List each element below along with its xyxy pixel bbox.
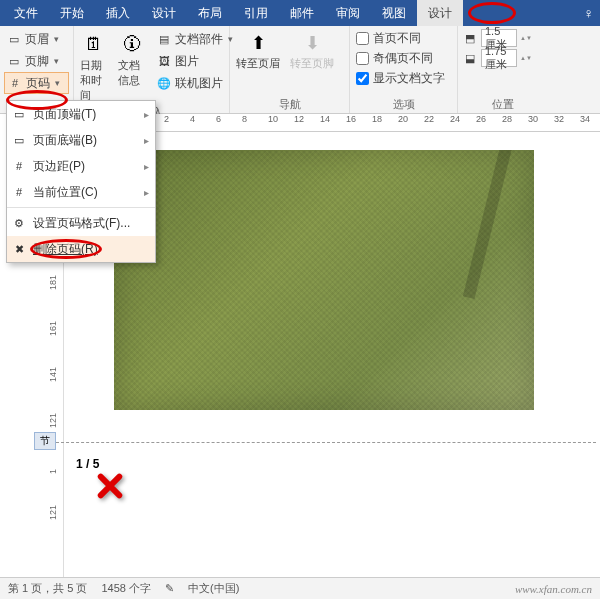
group-navigation: ⬆ 转至页眉 ⬇ 转至页脚 导航 — [230, 26, 350, 113]
goto-header-icon: ⬆ — [245, 30, 271, 56]
menu-page-bottom-label: 页面底端(B) — [33, 132, 97, 149]
tab-file[interactable]: 文件 — [3, 0, 49, 26]
ruler-tick: 14 — [320, 114, 330, 124]
header-label: 页眉 — [25, 31, 49, 48]
header-top-icon: ⬒ — [462, 30, 478, 46]
diff-first-checkbox[interactable]: 首页不同 — [354, 28, 453, 48]
menu-page-margins-label: 页边距(P) — [33, 158, 85, 175]
menu-page-bottom[interactable]: ▭页面底端(B) — [7, 127, 155, 153]
page-number-dropdown[interactable]: # 页码 ▾ — [4, 72, 69, 94]
tab-layout[interactable]: 布局 — [187, 0, 233, 26]
vruler-tick: 121 — [48, 408, 58, 428]
show-doc-text-checkbox[interactable]: 显示文档文字 — [354, 68, 453, 88]
show-doc-text-label: 显示文档文字 — [373, 70, 445, 87]
ruler-tick: 12 — [294, 114, 304, 124]
date-time-label: 日期和时间 — [80, 58, 108, 103]
chevron-down-icon: ▾ — [55, 78, 60, 88]
inserted-image[interactable] — [114, 150, 534, 410]
status-spellcheck-icon[interactable]: ✎ — [165, 582, 174, 595]
goto-header-label: 转至页眉 — [236, 56, 280, 71]
menu-page-top[interactable]: ▭页面顶端(T) — [7, 101, 155, 127]
footer-icon: ▭ — [6, 53, 22, 69]
menu-page-top-label: 页面顶端(T) — [33, 106, 96, 123]
ruler-tick: 22 — [424, 114, 434, 124]
status-language[interactable]: 中文(中国) — [188, 581, 239, 596]
ruler-tick: 10 — [268, 114, 278, 124]
page-number-label: 页码 — [26, 75, 50, 92]
ruler-tick: 18 — [372, 114, 382, 124]
menu-page-margins[interactable]: #页边距(P) — [7, 153, 155, 179]
status-bar: 第 1 页，共 5 页 1458 个字 ✎ 中文(中国) www.xfan.co… — [0, 577, 600, 599]
watermark: www.xfan.com.cn — [515, 583, 592, 595]
goto-footer-label: 转至页脚 — [290, 56, 334, 71]
doc-info-icon: 🛈 — [118, 30, 146, 58]
status-page[interactable]: 第 1 页，共 5 页 — [8, 581, 87, 596]
ruler-tick: 30 — [528, 114, 538, 124]
group-options: 首页不同 奇偶页不同 显示文档文字 选项 — [350, 26, 458, 113]
goto-header-button[interactable]: ⬆ 转至页眉 — [234, 28, 282, 73]
diff-odd-even-label: 奇偶页不同 — [373, 50, 433, 67]
current-pos-icon: # — [11, 184, 27, 200]
ruler-tick: 32 — [554, 114, 564, 124]
menu-format-page-numbers[interactable]: ⚙设置页码格式(F)... — [7, 210, 155, 236]
page-margins-icon: # — [11, 158, 27, 174]
tab-insert[interactable]: 插入 — [95, 0, 141, 26]
tab-bar: 文件 开始 插入 设计 布局 引用 邮件 审阅 视图 设计 ♀ — [0, 0, 600, 26]
menu-remove-page-numbers[interactable]: ✖删除页码(R) — [7, 236, 155, 262]
ruler-tick: 28 — [502, 114, 512, 124]
section-break: 节 — [64, 442, 596, 443]
group-label-position: 位置 — [462, 97, 544, 111]
footer-dropdown[interactable]: ▭ 页脚 ▾ — [4, 50, 69, 72]
parts-icon: ▤ — [156, 31, 172, 47]
tab-view[interactable]: 视图 — [371, 0, 417, 26]
online-picture-button[interactable]: 🌐 联机图片 — [154, 72, 235, 94]
ruler-tick: 26 — [476, 114, 486, 124]
menu-current-position[interactable]: #当前位置(C) — [7, 179, 155, 205]
tab-hf-design[interactable]: 设计 — [417, 0, 463, 26]
annotation-x-mark — [96, 472, 124, 500]
tab-review[interactable]: 审阅 — [325, 0, 371, 26]
doc-info-label: 文档信息 — [118, 58, 146, 88]
vruler-tick: 161 — [48, 316, 58, 336]
online-picture-icon: 🌐 — [156, 75, 172, 91]
goto-footer-icon: ⬇ — [299, 30, 325, 56]
tab-start[interactable]: 开始 — [49, 0, 95, 26]
page-number-field[interactable]: 1 / 5 — [76, 457, 99, 471]
menu-current-label: 当前位置(C) — [33, 184, 98, 201]
status-word-count[interactable]: 1458 个字 — [101, 581, 151, 596]
doc-parts-label: 文档部件 — [175, 31, 223, 48]
ruler-tick: 34 — [580, 114, 590, 124]
stepper-arrows[interactable]: ▲▼ — [520, 55, 530, 61]
format-pn-icon: ⚙ — [11, 215, 27, 231]
tell-me-icon[interactable]: ♀ — [584, 5, 595, 21]
tab-references[interactable]: 引用 — [233, 0, 279, 26]
page-number-menu: ▭页面顶端(T) ▭页面底端(B) #页边距(P) #当前位置(C) ⚙设置页码… — [6, 100, 156, 263]
doc-info-button[interactable]: 🛈 文档信息 — [116, 28, 148, 105]
page-number-icon: # — [7, 75, 23, 91]
ruler-tick: 20 — [398, 114, 408, 124]
date-time-button[interactable]: 🗓 日期和时间 — [78, 28, 110, 105]
footer-bottom-value: 1.75 厘米 — [481, 49, 517, 67]
ruler-tick: 16 — [346, 114, 356, 124]
section-tag: 节 — [34, 432, 56, 450]
vruler-tick: 121 — [48, 500, 58, 520]
tab-design[interactable]: 设计 — [141, 0, 187, 26]
ruler-tick: 6 — [216, 114, 221, 124]
group-label-nav: 导航 — [234, 97, 345, 111]
diff-odd-even-checkbox[interactable]: 奇偶页不同 — [354, 48, 453, 68]
goto-footer-button[interactable]: ⬇ 转至页脚 — [288, 28, 336, 73]
footer-bottom-stepper[interactable]: ⬓ 1.75 厘米 ▲▼ — [462, 48, 544, 68]
tab-mailings[interactable]: 邮件 — [279, 0, 325, 26]
chevron-down-icon: ▾ — [54, 34, 59, 44]
doc-parts-button[interactable]: ▤ 文档部件▾ — [154, 28, 235, 50]
ruler-tick: 4 — [190, 114, 195, 124]
group-label-options: 选项 — [354, 97, 453, 111]
stepper-arrows[interactable]: ▲▼ — [520, 35, 530, 41]
diff-first-label: 首页不同 — [373, 30, 421, 47]
picture-button[interactable]: 🖼 图片 — [154, 50, 235, 72]
footer-bottom-icon: ⬓ — [462, 50, 478, 66]
footer-label: 页脚 — [25, 53, 49, 70]
header-dropdown[interactable]: ▭ 页眉 ▾ — [4, 28, 69, 50]
vruler-tick: 141 — [48, 362, 58, 382]
online-picture-label: 联机图片 — [175, 75, 223, 92]
